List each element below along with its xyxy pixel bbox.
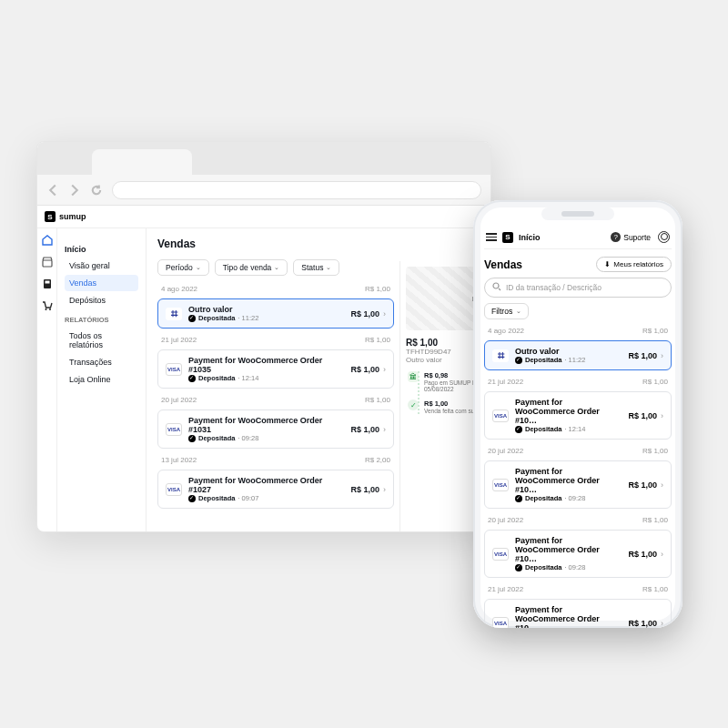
menu-icon[interactable] [486,233,497,241]
page-title: Vendas [157,238,480,250]
address-bar[interactable] [112,181,481,199]
sale-title: Payment for WooCommerce Order #1027 [188,476,344,494]
sale-status: Depositada [198,494,235,502]
sale-row[interactable]: ⌗Outro valorDepositada · 11:22R$ 1,00 [484,340,672,370]
status-check-icon [188,375,196,382]
help-icon: ? [611,232,621,242]
svg-point-3 [45,308,46,310]
phone-frame: S Início ?Suporte Vendas ⬇Meus relatório… [473,200,682,628]
sale-time: · 09:28 [564,563,585,571]
status-check-icon [188,495,196,502]
sale-row[interactable]: VISAPayment for WooCommerce Order #10…De… [484,391,672,440]
brand-badge-icon: S [502,232,513,243]
my-reports-button[interactable]: ⬇Meus relatórios [596,257,672,272]
visa-card-icon: VISA [166,363,182,376]
status-check-icon [188,435,196,442]
sale-title: Outro valor [188,305,344,314]
svg-point-5 [493,283,499,288]
sale-title: Payment for WooCommerce Order #1035 [188,356,344,374]
sale-row[interactable]: VISAPayment for WooCommerce Order #10…De… [484,530,672,578]
filters-dropdown[interactable]: Filtros⌄ [484,303,529,319]
sale-amount: R$ 1,00 [628,619,663,628]
sale-row[interactable]: VISAPayment for WooCommerce Order #1031D… [157,410,394,449]
phone-notch [541,207,614,220]
date-header: 21 jul 2022R$ 1,00 [484,378,672,386]
date-header: 4 ago 2022R$ 1,00 [157,285,394,293]
cart-icon[interactable] [41,299,54,312]
search-icon [492,282,501,293]
status-check-icon [515,495,522,502]
sale-row[interactable]: VISAPayment for WooCommerce Order #1035D… [157,349,394,389]
search-input[interactable]: ID da transação / Descrição [484,278,672,298]
search-placeholder: ID da transação / Descrição [506,283,602,292]
sidebar-item[interactable]: Todos os relatórios [65,328,138,353]
sale-time: · 09:28 [564,494,585,502]
sale-row[interactable]: VISAPayment for WooCommerce Order #1027D… [157,470,394,509]
sale-time: · 12:14 [564,425,585,433]
svg-rect-2 [45,281,49,284]
sale-title: Payment for WooCommerce Order #10… [515,536,622,563]
sale-title: Payment for WooCommerce Order #10… [515,398,622,425]
filter-status[interactable]: Status⌄ [293,259,339,276]
status-check-icon [515,357,522,364]
store-icon[interactable] [41,256,54,268]
visa-card-icon: VISA [492,548,509,561]
qr-icon: ⌗ [492,349,509,362]
sale-status: Depositada [525,356,561,364]
filter-period[interactable]: Período⌄ [157,259,209,276]
visa-card-icon: VISA [492,479,509,491]
profile-icon[interactable] [658,231,670,243]
chevron-down-icon: ⌄ [196,264,201,271]
browser-tab-strip [37,142,490,175]
reload-icon[interactable] [90,184,103,197]
sidebar-section-relatorios: RELATÓRIOS [65,316,138,324]
sale-amount: R$ 1,00 [628,480,663,490]
sidebar-item[interactable]: Depósitos [65,292,138,308]
sale-amount: R$ 1,00 [628,550,663,559]
visa-card-icon: VISA [492,410,509,422]
sidebar-item[interactable]: Loja Online [65,371,138,388]
sidebar-item[interactable]: Vendas [65,275,138,291]
mobile-header-title: Início [519,233,541,242]
visa-card-icon: VISA [166,483,182,496]
status-check-icon [515,426,522,433]
sale-row[interactable]: VISAPayment for WooCommerce Order #10…De… [484,599,672,628]
home-icon[interactable] [41,234,54,247]
forward-icon[interactable] [68,184,81,197]
sale-amount: R$ 1,00 [350,425,386,434]
status-check-icon [188,315,196,322]
sale-amount: R$ 1,00 [350,365,386,374]
browser-toolbar [37,175,490,206]
sidebar-item[interactable]: Visão geral [65,258,138,274]
date-header: 21 jul 2022R$ 1,00 [484,585,672,593]
date-header: 20 jul 2022R$ 1,00 [484,516,672,524]
date-header: 20 jul 2022R$ 1,00 [157,396,394,404]
sidebar-item[interactable]: Transações [65,354,138,370]
card-reader-icon[interactable] [41,278,54,290]
sale-title: Outro valor [515,347,622,356]
icon-rail [37,228,57,532]
sale-status: Depositada [198,314,235,322]
status-check-icon [515,564,522,571]
date-header: 13 jul 2022R$ 2,00 [157,456,394,464]
sale-status: Depositada [525,494,561,502]
sale-title: Payment for WooCommerce Order #10… [515,467,622,494]
sidebar-section-inicio: Início [65,245,138,254]
sale-amount: R$ 1,00 [350,485,386,494]
date-header: 4 ago 2022R$ 1,00 [484,327,672,335]
sale-amount: R$ 1,00 [350,309,386,318]
back-icon[interactable] [46,184,59,197]
sale-time: · 12:14 [238,374,258,382]
browser-tab[interactable] [92,149,192,175]
download-icon: ⬇ [604,260,611,268]
browser-window: S sumup Início Visão geralVendasDepósito… [36,141,491,532]
sale-time: · 09:28 [238,434,258,442]
support-link[interactable]: ?Suporte [611,232,651,242]
sale-row[interactable]: VISAPayment for WooCommerce Order #10…De… [484,460,672,509]
sale-amount: R$ 1,00 [628,351,663,360]
app-header: S sumup [37,206,490,228]
sale-status: Depositada [198,374,235,382]
sale-row[interactable]: ⌗Outro valorDepositada · 11:22R$ 1,00 [157,298,394,329]
filter-type[interactable]: Tipo de venda⌄ [215,259,288,276]
qr-icon: ⌗ [166,308,182,320]
